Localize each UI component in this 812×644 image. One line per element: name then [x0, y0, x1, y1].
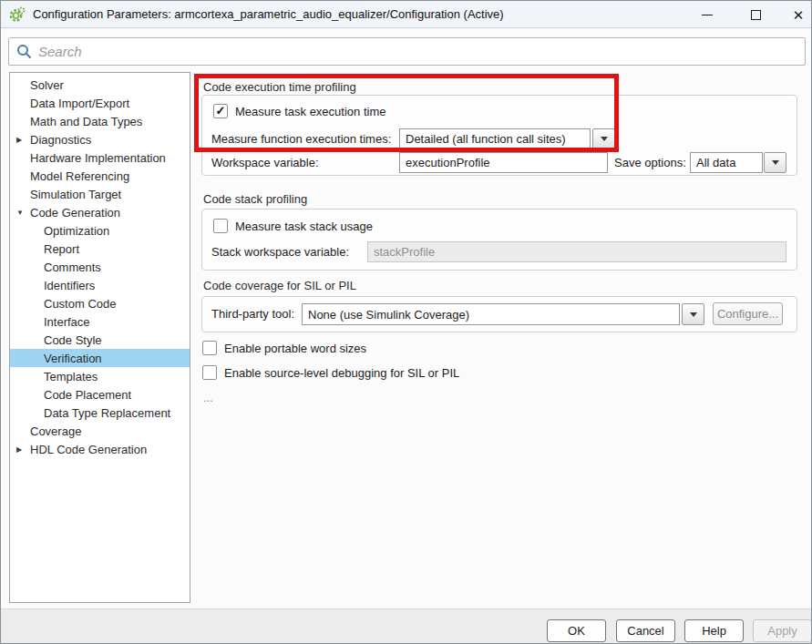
- enable-portable-word-sizes-label: Enable portable word sizes: [224, 342, 366, 356]
- search-box: [8, 37, 806, 66]
- sidebar-item-math-and-data-types[interactable]: Math and Data Types: [10, 112, 190, 130]
- sidebar-item-simulation-target[interactable]: Simulation Target: [10, 185, 190, 203]
- dropdown-arrow-icon: [601, 137, 608, 141]
- save-options-select[interactable]: All data: [690, 152, 763, 173]
- help-button[interactable]: Help: [684, 619, 744, 642]
- configuration-parameters-window: Configuration Parameters: armcortexa_par…: [0, 0, 812, 644]
- sidebar-item-code-placement[interactable]: Code Placement: [10, 385, 190, 404]
- close-icon: ✕: [793, 8, 805, 22]
- sidebar-item-code-generation[interactable]: ▼Code Generation: [10, 203, 190, 221]
- sidebar-item-label: Identifiers: [44, 279, 95, 292]
- sidebar-item-label: Hardware Implementation: [30, 151, 166, 165]
- save-options-dropdown-button[interactable]: [764, 152, 786, 173]
- sidebar-item-custom-code[interactable]: Custom Code: [10, 294, 190, 312]
- sidebar-item-label: Code Style: [44, 333, 102, 347]
- measure-task-stack-usage-label: Measure task stack usage: [235, 220, 373, 234]
- search-input[interactable]: [38, 44, 805, 59]
- measure-function-execution-times-label: Measure function execution times:: [211, 132, 391, 147]
- window-title: Configuration Parameters: armcortexa_par…: [33, 7, 504, 21]
- enable-source-level-debugging-checkbox[interactable]: [202, 365, 217, 380]
- sidebar-item-hardware-implementation[interactable]: Hardware Implementation: [10, 148, 190, 167]
- sidebar-item-label: Custom Code: [44, 297, 116, 311]
- sidebar-item-label: Code Generation: [30, 206, 120, 220]
- sidebar-item-label: Optimization: [44, 224, 109, 238]
- sidebar-item-hdl-code-generation[interactable]: ▶HDL Code Generation: [10, 440, 190, 458]
- sidebar-item-label: Simulation Target: [30, 188, 121, 201]
- sidebar-item-model-referencing[interactable]: Model Referencing: [10, 167, 190, 185]
- title-bar: Configuration Parameters: armcortexa_par…: [1, 1, 811, 28]
- sidebar-item-data-type-replacement[interactable]: Data Type Replacement: [10, 404, 190, 422]
- sidebar-item-interface[interactable]: Interface: [10, 312, 190, 331]
- third-party-tool-dropdown-button[interactable]: [682, 303, 704, 325]
- footer-bar: OK Cancel Help Apply: [1, 608, 811, 644]
- sidebar-item-label: Verification: [44, 352, 102, 365]
- dropdown-arrow-icon: [772, 160, 779, 165]
- maximize-button[interactable]: [740, 1, 771, 28]
- sidebar-item-data-import-export[interactable]: Data Import/Export: [10, 94, 190, 112]
- sidebar-item-label: Templates: [44, 370, 98, 383]
- minimize-icon: [702, 15, 713, 15]
- third-party-tool-label: Third-party tool:: [211, 307, 294, 322]
- ellipsis-text: ...: [203, 391, 213, 404]
- measure-function-execution-times-dropdown-button[interactable]: [592, 128, 615, 149]
- cancel-button[interactable]: Cancel: [616, 619, 675, 642]
- configure-button[interactable]: Configure...: [713, 302, 783, 325]
- sidebar-item-label: Data Import/Export: [30, 97, 129, 110]
- magnifier-icon: [16, 44, 32, 59]
- apply-button[interactable]: Apply: [753, 619, 812, 642]
- enable-portable-word-sizes-checkbox[interactable]: [202, 341, 217, 355]
- sidebar-item-label: Model Referencing: [30, 169, 129, 183]
- sidebar-item-identifiers[interactable]: Identifiers: [10, 276, 190, 294]
- section-header-code-stack-profiling: Code stack profiling: [203, 192, 307, 206]
- sidebar-tree: Solver Data Import/Export Math and Data …: [9, 72, 190, 603]
- measure-task-execution-time-label: Measure task execution time: [235, 105, 385, 119]
- chevron-right-icon[interactable]: ▶: [16, 130, 22, 148]
- sidebar-item-label: Math and Data Types: [30, 115, 142, 128]
- third-party-tool-select[interactable]: None (use Simulink Coverage): [302, 303, 680, 325]
- chevron-right-icon[interactable]: ▶: [16, 440, 22, 458]
- section-header-code-execution-time-profiling: Code execution time profiling: [203, 80, 356, 94]
- sidebar-item-label: Data Type Replacement: [44, 406, 170, 420]
- sidebar-item-label: Coverage: [30, 424, 81, 438]
- ok-button[interactable]: OK: [547, 619, 606, 642]
- measure-task-execution-time-checkbox[interactable]: ✓: [213, 104, 228, 118]
- sidebar-item-label: Code Placement: [44, 388, 131, 402]
- workspace-variable-label: Workspace variable:: [211, 156, 319, 170]
- maximize-icon: [751, 10, 761, 20]
- save-options-label: Save options:: [614, 156, 686, 170]
- chevron-down-icon[interactable]: ▼: [16, 203, 24, 221]
- checkmark-icon: ✓: [216, 104, 226, 118]
- sidebar-item-label: Solver: [30, 78, 64, 92]
- dropdown-arrow-icon: [690, 312, 697, 317]
- sidebar-item-report[interactable]: Report: [10, 240, 190, 258]
- sidebar-item-label: Interface: [44, 315, 90, 329]
- sidebar-item-comments[interactable]: Comments: [10, 258, 190, 276]
- sidebar-item-code-style[interactable]: Code Style: [10, 331, 190, 349]
- workspace-variable-input[interactable]: executionProfile: [399, 152, 608, 173]
- enable-source-level-debugging-label: Enable source-level debugging for SIL or…: [224, 366, 459, 381]
- stack-workspace-variable-input: stackProfile: [367, 241, 786, 262]
- sidebar-item-label: Diagnostics: [30, 133, 91, 147]
- minimize-button[interactable]: [692, 1, 723, 28]
- stack-workspace-variable-label: Stack workspace variable:: [211, 245, 349, 260]
- section-header-code-coverage: Code coverage for SIL or PIL: [203, 279, 356, 292]
- sidebar-item-optimization[interactable]: Optimization: [10, 221, 190, 240]
- simulink-config-gear-icon: [9, 6, 26, 23]
- sidebar-item-label: HDL Code Generation: [30, 443, 147, 456]
- sidebar-item-diagnostics[interactable]: ▶Diagnostics: [10, 130, 190, 148]
- sidebar-item-label: Comments: [44, 261, 101, 274]
- sidebar-item-coverage[interactable]: Coverage: [10, 422, 190, 440]
- sidebar-item-templates[interactable]: Templates: [10, 367, 190, 385]
- sidebar-item-solver[interactable]: Solver: [10, 76, 190, 94]
- measure-task-stack-usage-checkbox[interactable]: [213, 219, 228, 233]
- sidebar-item-label: Report: [44, 242, 79, 256]
- sidebar-item-verification[interactable]: Verification: [10, 349, 190, 367]
- measure-function-execution-times-select[interactable]: Detailed (all function call sites): [399, 128, 591, 149]
- close-button[interactable]: ✕: [783, 1, 812, 28]
